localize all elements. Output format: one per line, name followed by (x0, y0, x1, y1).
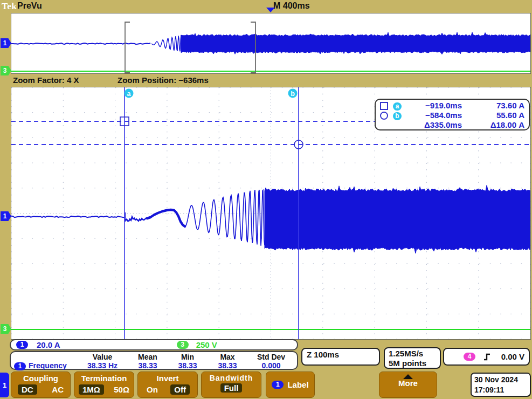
measurement-row: 1Frequency 38.33 Hz 38.33 38.33 38.33 0.… (14, 361, 294, 370)
ch1-marker-label: 1 (3, 39, 7, 47)
ch1-overview-ringup (151, 35, 181, 51)
invert-title: Invert (138, 374, 197, 383)
termination-option-1mohm[interactable]: 1MΩ (79, 384, 104, 395)
meas-header-min: Min (168, 353, 207, 361)
zoom-timebase-readout: Z 100ms (307, 350, 339, 359)
meas-max: 38.33 (207, 361, 248, 370)
cursor-b-badge: b (393, 112, 402, 120)
coupling-option-dc[interactable]: DC (18, 384, 37, 395)
ch1-trace-band (265, 185, 530, 253)
cursor-b-circle-icon (380, 112, 388, 120)
bandwidth-button[interactable]: Bandwidth Full (201, 372, 261, 398)
zoom-position-readout: Zoom Position: −636ms (118, 75, 209, 85)
ch1-marker-zoom[interactable]: 1 (1, 211, 11, 221)
acquisition-box: 1.25MS/s 5M points (384, 347, 441, 369)
ch1-scale: 20.0 A (37, 340, 60, 349)
termination-title: Termination (74, 374, 134, 383)
ch3-marker-overview[interactable]: 3 (1, 66, 11, 75)
ch1-marker-label: 1 (3, 212, 7, 220)
ch1-trace-noise (126, 217, 147, 221)
coupling-option-ac[interactable]: AC (52, 384, 64, 395)
ch3-marker-zoom[interactable]: 3 (1, 324, 11, 334)
label-button-text: Label (287, 380, 308, 389)
cursor-a-square-icon (380, 102, 388, 110)
measurement-box: Value Mean Min Max Std Dev 1Frequency 38… (10, 351, 298, 370)
termination-option-50ohm[interactable]: 50Ω (114, 384, 129, 395)
oscilloscope-screen: Tek PreVu M 400ms 1 3 Zoom Factor: 4 X Z… (0, 0, 532, 399)
coupling-button[interactable]: Coupling DC AC (11, 372, 71, 398)
meas-min: 38.33 (168, 361, 207, 370)
meas-mean: 38.33 (127, 361, 168, 370)
meas-stddev: 0.000 (248, 361, 294, 370)
more-button-text: More (379, 379, 437, 388)
sample-rate-readout: 1.25MS/s (389, 349, 436, 359)
cursor-delta-time: Δ335.0ms (407, 120, 463, 129)
meas-header-mean: Mean (127, 353, 168, 361)
ch1-badge: 1 (16, 341, 28, 349)
overview-waveform (11, 13, 530, 73)
ch1-overview-flat (11, 43, 150, 44)
ch3-badge: 3 (177, 341, 189, 349)
ch1-trace-bump (147, 210, 185, 226)
meas-header-stddev: Std Dev (248, 353, 294, 361)
tek-logo: Tek (2, 1, 17, 12)
trigger-position-icon[interactable] (266, 8, 275, 12)
meas-value: 38.33 Hz (78, 361, 127, 370)
cursor-a-value: 73.60 A (463, 101, 524, 111)
termination-button[interactable]: Termination 1MΩ 50Ω (74, 372, 134, 398)
invert-option-on[interactable]: On (147, 384, 158, 395)
cursor-delta-value: Δ18.00 A (463, 120, 524, 129)
cursor-readout-box: a −919.0ms 73.60 A b −584.0ms 55.60 A Δ3… (375, 99, 530, 130)
cursor-a-flag-label: a (127, 90, 132, 98)
main-timebase-readout: M 400ms (273, 1, 310, 11)
meas-name: Frequency (29, 361, 67, 370)
overview-window (11, 13, 531, 74)
invert-option-off[interactable]: Off (170, 384, 190, 395)
ch1-trace-ringup (185, 190, 265, 246)
coupling-title: Coupling (11, 374, 70, 383)
invert-button[interactable]: Invert On Off (137, 372, 198, 398)
trigger-source-badge: 4 (464, 353, 475, 361)
ch1-marker-overview[interactable]: 1 (1, 38, 11, 48)
meas-header-value: Value (78, 353, 127, 361)
more-button[interactable]: More (379, 372, 437, 398)
record-length-readout: 5M points (389, 359, 436, 368)
zoom-factor-readout: Zoom Factor: 4 X (13, 75, 79, 85)
bandwidth-option-full[interactable]: Full (220, 383, 243, 393)
trigger-readout-box: 4 0.00 V (443, 348, 530, 366)
channel-scale-bar: 1 20.0 A 3 250 V (10, 339, 298, 350)
bandwidth-title: Bandwidth (202, 374, 261, 383)
ch3-scale: 250 V (196, 340, 217, 349)
meas-header-max: Max (207, 353, 248, 361)
ch3-marker-label: 3 (3, 325, 7, 333)
ch1-overview-band (181, 32, 530, 54)
datetime-box: 30 Nov 2024 17:09:11 (471, 373, 531, 397)
label-button[interactable]: 1 Label (266, 372, 315, 398)
zoom-timebase-box: Z 100ms (301, 348, 380, 366)
rising-edge-icon (483, 353, 492, 361)
cursor-b-value: 55.60 A (463, 111, 524, 120)
cursor-b-time: −584.0ms (407, 111, 463, 120)
meas-ch-badge: 1 (14, 362, 26, 370)
time-readout: 17:09:11 (474, 385, 527, 395)
cursor-a-badge: a (393, 102, 402, 111)
trigger-level-readout: 0.00 V (501, 352, 524, 361)
cursor-a-time: −919.0ms (407, 101, 463, 111)
menu-channel-tab[interactable]: 1 (0, 373, 9, 397)
ch1-trace-flat (11, 216, 125, 217)
date-readout: 30 Nov 2024 (474, 375, 527, 385)
cursor-b-flag-label: b (291, 90, 295, 98)
acquisition-status: PreVu (17, 1, 42, 11)
ch3-marker-label: 3 (3, 67, 7, 74)
label-channel-badge: 1 (272, 381, 284, 389)
